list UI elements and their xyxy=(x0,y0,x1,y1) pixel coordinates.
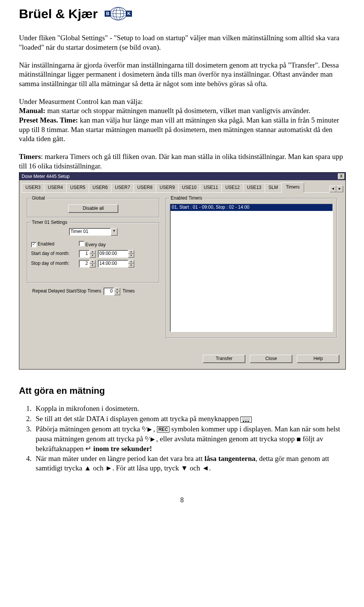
spin-down-icon[interactable]: ▼ xyxy=(128,264,134,267)
step-1: Koppla in mikrofonen i dosimetern. xyxy=(33,404,345,414)
page-number: 8 xyxy=(19,496,345,505)
tab-user7[interactable]: USER7 xyxy=(111,183,134,192)
dialog-title-text: Dose Meter 4445 Setup xyxy=(22,174,70,180)
brand-text: Brüel & Kjær xyxy=(19,5,98,22)
tab-slm[interactable]: SLM xyxy=(265,183,282,192)
timer-select[interactable]: Timer 01 ▼ xyxy=(69,228,118,236)
spin-up-icon[interactable]: ▲ xyxy=(128,250,134,254)
group-enabled-title: Enabled Timers xyxy=(169,195,204,201)
tab-use12[interactable]: USE12 xyxy=(221,183,243,192)
step-2: Se till att det står DATA i displayen ge… xyxy=(33,414,345,424)
transfer-button[interactable]: Transfer xyxy=(203,355,245,363)
start-time-input[interactable]: 09:00:00 ▲▼ xyxy=(98,250,134,258)
rec-icon: REC xyxy=(157,426,169,432)
disable-all-button[interactable]: Disable all xyxy=(68,204,118,213)
chevron-down-icon[interactable]: ▼ xyxy=(111,228,118,236)
close-button[interactable]: Close xyxy=(250,355,292,363)
start-day-label: Start day of month: xyxy=(31,251,77,257)
spin-down-icon[interactable]: ▼ xyxy=(89,254,96,258)
stop-icon: ■ xyxy=(297,435,301,444)
repeat-suffix: Times xyxy=(122,288,135,294)
tab-panel: Global Disable all Timer 01 Settings Tim… xyxy=(22,192,343,367)
spin-down-icon[interactable]: ▼ xyxy=(128,254,134,258)
tab-timers[interactable]: Timers xyxy=(281,182,304,193)
steps-list: Koppla in mikrofonen i dosimetern. Se ti… xyxy=(19,404,345,473)
stop-day-label: Stop day of month: xyxy=(31,261,77,267)
close-icon[interactable]: X xyxy=(338,173,345,179)
step-3: Påbörja mätningen genom att trycka ⁰⁄►, … xyxy=(33,425,345,454)
brand-logo: Brüel & Kjær B K xyxy=(19,5,345,22)
stop-time-input[interactable]: 14:00:00 ▲▼ xyxy=(98,260,134,267)
svg-text:K: K xyxy=(127,11,130,16)
enabled-timers-list[interactable]: 01, Start : 01 - 09:00, Stop : 02 - 14:0… xyxy=(170,204,333,332)
section-title-measurement: Att göra en mätning xyxy=(19,385,345,396)
play-pause-icon: ⁰⁄► xyxy=(142,425,153,434)
tab-nav-left-icon[interactable]: ◄ xyxy=(329,186,336,192)
setup-dialog: Dose Meter 4445 Setup X USER3 USER4 USER… xyxy=(19,172,346,370)
spin-up-icon[interactable]: ▲ xyxy=(89,250,96,254)
everyday-label: Every day xyxy=(85,242,105,247)
stop-day-input[interactable]: 2 ▲▼ xyxy=(79,260,96,267)
spin-up-icon[interactable]: ▲ xyxy=(114,288,120,291)
tab-use10[interactable]: USE10 xyxy=(178,183,200,192)
brand-globe-icon: B K xyxy=(103,6,133,21)
tab-user4[interactable]: USER4 xyxy=(44,183,67,192)
enabled-checkbox[interactable]: ✓ xyxy=(31,242,36,247)
tab-user5[interactable]: USER5 xyxy=(66,183,89,192)
step-4: När man mäter under en längre period kan… xyxy=(33,454,345,473)
paragraph-2: När inställningarna är gjorda överför ma… xyxy=(19,61,345,89)
paragraph-4: Timers: markera Timers och gå till flike… xyxy=(19,152,345,171)
spin-down-icon[interactable]: ▼ xyxy=(89,264,96,267)
tab-user6[interactable]: USER6 xyxy=(89,183,111,192)
repeat-input[interactable]: 0 ▲▼ xyxy=(104,288,120,295)
paragraph-3: Under Measurment Control kan man välja: … xyxy=(19,97,345,144)
group-timer-title: Timer 01 Settings xyxy=(30,220,69,226)
play-pause-icon: ⁰⁄► xyxy=(145,435,156,444)
dialog-titlebar[interactable]: Dose Meter 4445 Setup X xyxy=(19,173,345,180)
svg-text:B: B xyxy=(106,11,109,16)
tab-strip: USER3 USER4 USER5 USER6 USER7 USER8 USER… xyxy=(19,180,345,192)
spin-up-icon[interactable]: ▲ xyxy=(89,260,96,264)
group-enabled-timers: Enabled Timers 01, Start : 01 - 09:00, S… xyxy=(166,198,337,338)
repeat-row: Repeat Delayed Start/Stop Timers 0 ▲▼ Ti… xyxy=(32,288,135,295)
tab-nav-right-icon[interactable]: ► xyxy=(336,186,343,192)
list-item[interactable]: 01, Start : 01 - 09:00, Stop : 02 - 14:0… xyxy=(170,204,333,211)
tab-user8[interactable]: USER8 xyxy=(133,183,156,192)
tab-use13[interactable]: USE13 xyxy=(243,183,265,192)
enabled-label: Enabled xyxy=(38,241,54,247)
group-global: Global Disable all xyxy=(27,198,160,218)
start-day-input[interactable]: 1 ▲▼ xyxy=(79,250,96,258)
spin-down-icon[interactable]: ▼ xyxy=(114,291,120,295)
tab-user3[interactable]: USER3 xyxy=(22,183,44,192)
group-timer-settings: Timer 01 Settings Timer 01 ▼ ✓ Enabled E… xyxy=(27,222,160,283)
help-button[interactable]: Help xyxy=(297,355,339,363)
tab-use11[interactable]: USE11 xyxy=(200,183,222,192)
repeat-label: Repeat Delayed Start/Stop Timers xyxy=(32,288,101,294)
paragraph-1: Under fliken "Global Settings" - "Setup … xyxy=(19,33,345,52)
spin-up-icon[interactable]: ▲ xyxy=(128,260,134,264)
tab-user9[interactable]: USER9 xyxy=(156,183,179,192)
group-global-title: Global xyxy=(30,195,47,201)
menu-button-icon xyxy=(240,417,252,423)
everyday-checkbox[interactable] xyxy=(79,241,84,246)
